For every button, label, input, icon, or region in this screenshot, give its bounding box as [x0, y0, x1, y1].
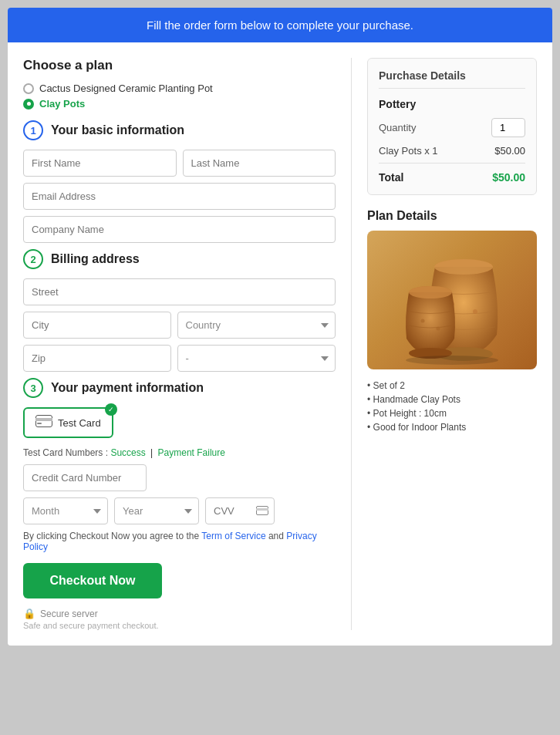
step3-header: 3 Your payment information	[23, 378, 336, 398]
plan-option-clay[interactable]: Clay Pots	[23, 98, 336, 110]
purchase-details-title: Purchase Details	[379, 69, 525, 89]
plan-feature-item: Set of 2	[367, 380, 537, 391]
checkout-button[interactable]: Checkout Now	[23, 563, 162, 598]
separator: |	[150, 447, 155, 458]
last-name-input[interactable]	[183, 150, 336, 177]
street-input[interactable]	[23, 278, 336, 305]
test-card-label: Test Card Numbers :	[23, 447, 108, 458]
svg-point-7	[434, 259, 493, 275]
step3-number: 3	[23, 378, 43, 398]
success-link[interactable]: Success	[110, 447, 145, 458]
country-select[interactable]: Country	[177, 312, 336, 339]
cvv-row: Month Year	[23, 497, 336, 524]
quantity-row: Quantity	[379, 118, 525, 137]
left-panel: Choose a plan Cactus Designed Ceramic Pl…	[23, 58, 352, 630]
cc-number-input[interactable]	[23, 464, 147, 491]
card-label-text: Test Card	[58, 417, 101, 429]
first-name-input[interactable]	[23, 150, 177, 177]
test-card-info: Test Card Numbers : Success | Payment Fa…	[23, 447, 336, 458]
step1-header: 1 Your basic information	[23, 120, 336, 140]
page-wrapper: Fill the order form below to complete yo…	[8, 8, 552, 646]
secure-subtext: Safe and secure payment checkout.	[23, 621, 336, 630]
svg-point-13	[421, 319, 425, 323]
svg-point-15	[406, 356, 498, 365]
choose-plan-title: Choose a plan	[23, 58, 336, 73]
terms-text: By clicking Checkout Now you agree to th…	[23, 531, 336, 552]
svg-rect-4	[256, 508, 268, 511]
step1-label: Your basic information	[51, 123, 184, 137]
terms-before: By clicking Checkout Now you agree to th…	[23, 531, 201, 541]
secure-info: 🔒 Secure server	[23, 608, 336, 619]
step3-label: Your payment information	[51, 381, 204, 395]
plan-options: Cactus Designed Ceramic Planting Pot Cla…	[23, 83, 336, 110]
secure-label: Secure server	[40, 609, 98, 619]
right-panel: Purchase Details Pottery Quantity Clay P…	[352, 58, 537, 630]
step1-number: 1	[23, 120, 43, 140]
item-label: Clay Pots x 1	[379, 145, 438, 157]
main-content: Choose a plan Cactus Designed Ceramic Pl…	[8, 42, 552, 646]
plan-features: Set of 2Handmade Clay PotsPot Height : 1…	[367, 380, 537, 433]
item-price: $50.00	[494, 145, 525, 157]
plan-cactus-label: Cactus Designed Ceramic Planting Pot	[39, 83, 213, 94]
step2-number: 2	[23, 249, 43, 269]
pottery-label: Pottery	[379, 98, 525, 110]
banner-text: Fill the order form below to complete yo…	[147, 19, 413, 32]
pot-image	[367, 231, 537, 369]
lock-icon: 🔒	[23, 608, 35, 619]
plan-feature-item: Pot Height : 10cm	[367, 408, 537, 419]
step2-header: 2 Billing address	[23, 249, 336, 269]
zip-input[interactable]	[23, 345, 171, 372]
company-row	[23, 216, 336, 243]
card-option[interactable]: Test Card ✓	[23, 407, 113, 438]
email-input[interactable]	[23, 183, 336, 210]
purchase-details-box: Purchase Details Pottery Quantity Clay P…	[367, 58, 537, 195]
svg-point-9	[473, 309, 477, 314]
plan-feature-item: Handmade Clay Pots	[367, 394, 537, 405]
card-check-badge: ✓	[105, 403, 117, 416]
cc-number-row	[23, 464, 336, 491]
city-input[interactable]	[23, 312, 171, 339]
email-row	[23, 183, 336, 210]
cvv-card-icon	[256, 505, 268, 518]
name-row	[23, 150, 336, 177]
svg-rect-2	[37, 423, 42, 424]
failure-link[interactable]: Payment Failure	[158, 447, 225, 458]
year-select[interactable]: Year	[114, 497, 199, 524]
plan-feature-item: Good for Indoor Plants	[367, 422, 537, 433]
month-select[interactable]: Month	[23, 497, 108, 524]
zip-state-row: -	[23, 345, 336, 372]
terms-and: and	[268, 531, 286, 541]
svg-rect-1	[35, 418, 52, 421]
svg-point-14	[437, 327, 440, 331]
svg-point-12	[409, 286, 452, 298]
state-select[interactable]: -	[177, 345, 336, 372]
card-icon	[35, 415, 52, 430]
street-row	[23, 278, 336, 305]
quantity-label: Quantity	[379, 122, 416, 133]
plan-option-cactus[interactable]: Cactus Designed Ceramic Planting Pot	[23, 83, 336, 94]
cvv-wrapper	[205, 497, 275, 524]
top-banner: Fill the order form below to complete yo…	[8, 8, 552, 42]
step2-label: Billing address	[51, 252, 140, 266]
plan-details-title: Plan Details	[367, 209, 537, 223]
radio-clay	[23, 99, 34, 110]
city-country-row: Country	[23, 312, 336, 339]
total-value: $50.00	[492, 171, 525, 184]
total-row: Total $50.00	[379, 171, 525, 184]
price-row: Clay Pots x 1 $50.00	[379, 145, 525, 164]
plan-clay-label: Clay Pots	[39, 98, 85, 110]
tos-link[interactable]: Term of Service	[201, 531, 265, 541]
radio-cactus	[23, 83, 34, 94]
quantity-input[interactable]	[491, 118, 525, 137]
company-input[interactable]	[23, 216, 336, 243]
total-label: Total	[379, 171, 403, 184]
